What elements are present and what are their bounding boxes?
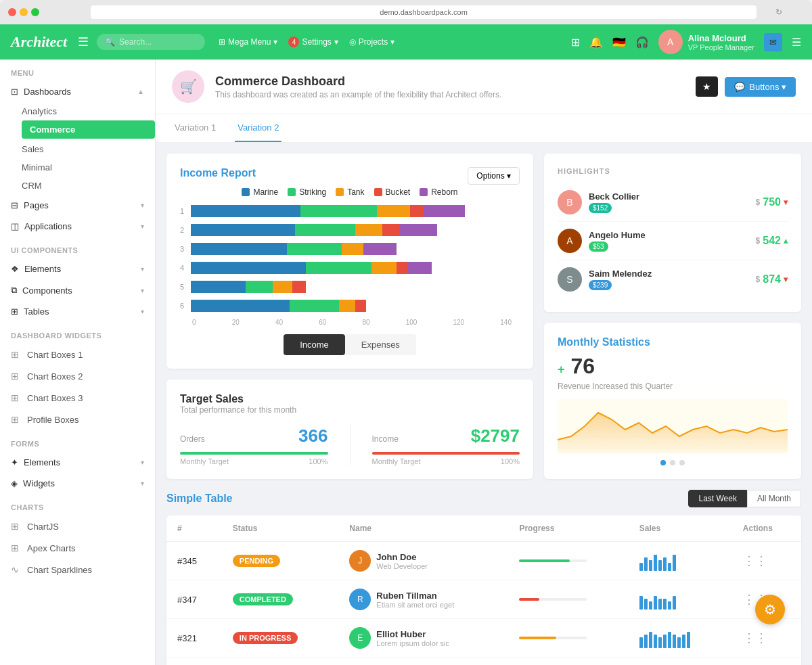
pages-parent[interactable]: ⊟ Pages ▾ xyxy=(0,195,155,216)
orders-value: 366 xyxy=(298,426,328,446)
minimize-dot[interactable] xyxy=(20,8,28,16)
carousel-dot-3[interactable] xyxy=(679,460,685,465)
chevron-tables: ▾ xyxy=(141,308,144,315)
bar-row: 3 xyxy=(180,243,520,255)
highlight-row-1: B Beck Collier $152 $ 750 ▾ xyxy=(558,183,788,222)
sidebar-minimal[interactable]: Minimal xyxy=(22,158,155,177)
sidebar-chart-boxes-1[interactable]: ⊞ Chart Boxes 1 xyxy=(0,344,155,365)
legend-tank-dot xyxy=(336,188,344,196)
elements-parent[interactable]: ❖ Elements ▾ xyxy=(0,258,155,279)
spark-bar xyxy=(663,599,667,610)
data-table: # Status Name Progress Sales Actions #34… xyxy=(166,515,801,665)
x-axis: 0 20 40 60 80 100 120 140 xyxy=(180,319,512,326)
spark-bar xyxy=(654,555,657,571)
address-bar[interactable]: demo.dashboardpack.com xyxy=(91,5,757,19)
sidebar-profile-boxes[interactable]: ⊞ Profile Boxes xyxy=(0,409,155,430)
cell-status: IN PROGRESS xyxy=(222,619,338,658)
search-input[interactable] xyxy=(119,37,200,47)
sidebar-chart-boxes-3[interactable]: ⊞ Chart Boxes 3 xyxy=(0,387,155,409)
orders-label: Orders xyxy=(180,434,205,444)
status-badge: PENDING xyxy=(233,555,280,567)
headset-icon[interactable]: 🎧 xyxy=(635,36,649,49)
income-toggle[interactable]: Income xyxy=(284,334,345,355)
sidebar-commerce[interactable]: Commerce xyxy=(22,120,155,139)
sidebar-chart-sparklines[interactable]: ∿ Chart Sparklines xyxy=(0,559,155,580)
cell-name: VVinnie WagstaffUI Designer xyxy=(338,658,508,666)
spark-bar xyxy=(658,560,662,571)
sidebar-chart-boxes-2[interactable]: ⊞ Chart Boxes 2 xyxy=(0,365,155,387)
bell-icon[interactable]: 🔔 xyxy=(589,36,603,49)
carousel-dot-1[interactable] xyxy=(660,460,666,465)
monthly-stats-label: Revenue Increased this Quarter xyxy=(558,382,788,391)
components-parent[interactable]: ⧉ Components ▾ xyxy=(0,279,155,301)
filter-all-month[interactable]: All Month xyxy=(747,490,801,507)
mega-menu-btn[interactable]: ⊞ Mega Menu ▾ xyxy=(219,37,277,47)
carousel-dot-2[interactable] xyxy=(670,460,675,465)
spark-bar xyxy=(639,596,643,610)
sidebar-sales[interactable]: Sales xyxy=(22,140,155,158)
hamburger-right-icon[interactable]: ☰ xyxy=(792,36,801,49)
highlights-card: HIGHLIGHTS B Beck Collier $152 $ xyxy=(544,154,801,312)
cell-progress xyxy=(508,658,628,666)
table-header: Simple Table Last Week All Month xyxy=(166,490,801,507)
income-report-card: Income Report Options ▾ Marine Stri xyxy=(166,154,533,369)
bar-segment xyxy=(287,243,342,255)
dashboard-icon: ⊡ xyxy=(11,87,18,97)
buttons-dropdown[interactable]: 💬 Buttons ▾ xyxy=(725,77,796,97)
income-toggle-group: Income Expenses xyxy=(180,334,520,355)
filter-group: Last Week All Month xyxy=(688,490,801,507)
bar-row: 4 xyxy=(180,262,520,274)
close-dot[interactable] xyxy=(8,8,16,16)
highlight-value-3: $ 874 ▾ xyxy=(756,273,788,285)
form-elements-parent[interactable]: ✦ Elements ▾ xyxy=(0,452,155,473)
filter-last-week[interactable]: Last Week xyxy=(688,490,746,507)
options-button[interactable]: Options ▾ xyxy=(468,167,520,185)
table-row: #347COMPLETEDRRuben TillmanEtiam sit ame… xyxy=(166,580,801,619)
cell-actions[interactable]: ⋮⋮ xyxy=(732,658,801,666)
flag-icon[interactable]: 🇩🇪 xyxy=(612,36,626,49)
bar-segment xyxy=(191,205,300,217)
hamburger-icon[interactable]: ☰ xyxy=(78,35,89,49)
income-stat: Income $2797 Monthly Target 100% xyxy=(372,426,520,465)
spark-bar xyxy=(668,601,671,610)
highlight-badge-3: $239 xyxy=(589,280,612,290)
profile-boxes-icon: ⊞ xyxy=(11,414,22,425)
dashboards-parent[interactable]: ⊡ Dashboards ▲ xyxy=(0,81,155,102)
tab-variation2[interactable]: Variation 2 xyxy=(235,114,281,142)
reload-icon[interactable]: ↻ xyxy=(775,7,785,17)
sidebar-analytics[interactable]: Analytics xyxy=(22,102,155,120)
spark-bar xyxy=(639,637,643,648)
grid-icon-right[interactable]: ⊞ xyxy=(571,36,580,49)
sidebar-crm[interactable]: CRM xyxy=(22,177,155,195)
applications-parent[interactable]: ◫ Applications ▾ xyxy=(0,216,155,237)
floating-gear-button[interactable]: ⚙ xyxy=(755,595,785,624)
sidebar-apex-charts[interactable]: ⊞ Apex Charts xyxy=(0,537,155,559)
nav-logo: Architect xyxy=(11,33,67,51)
dashboards-children: Analytics Commerce Sales Minimal CRM xyxy=(0,102,155,195)
highlight-name-1: Beck Collier xyxy=(589,191,639,202)
user-role: Web Developer xyxy=(376,562,428,570)
message-icon[interactable]: ✉ xyxy=(764,33,782,51)
project-icon: ◎ xyxy=(349,37,356,47)
user-role: Lorem ipsum dolor sic xyxy=(376,639,449,647)
maximize-dot[interactable] xyxy=(31,8,39,16)
expenses-toggle[interactable]: Expenses xyxy=(345,334,416,355)
spark-bar xyxy=(639,563,643,571)
left-column: Income Report Options ▾ Marine Stri xyxy=(166,154,533,479)
cell-actions[interactable]: ⋮⋮ xyxy=(732,619,801,658)
main-grid: Income Report Options ▾ Marine Stri xyxy=(156,143,812,490)
search-bar[interactable]: 🔍 xyxy=(97,34,205,50)
sidebar: MENU ⊡ Dashboards ▲ Analytics Commerce S… xyxy=(0,60,156,665)
col-status: Status xyxy=(222,515,338,542)
star-button[interactable]: ★ xyxy=(696,76,718,97)
bar-row: 6 xyxy=(180,300,520,312)
cell-actions[interactable]: ⋮⋮ xyxy=(732,542,801,580)
sidebar-chartjs[interactable]: ⊞ ChartJS xyxy=(0,515,155,537)
highlight-info-2: Angelo Hume $53 xyxy=(589,230,646,252)
form-widgets-parent[interactable]: ◈ Widgets ▾ xyxy=(0,473,155,494)
projects-btn[interactable]: ◎ Projects ▾ xyxy=(349,37,394,47)
settings-btn[interactable]: 4 Settings ▾ xyxy=(288,37,338,47)
tables-parent[interactable]: ⊞ Tables ▾ xyxy=(0,301,155,322)
spark-bar xyxy=(649,632,652,648)
tab-variation1[interactable]: Variation 1 xyxy=(172,114,219,142)
